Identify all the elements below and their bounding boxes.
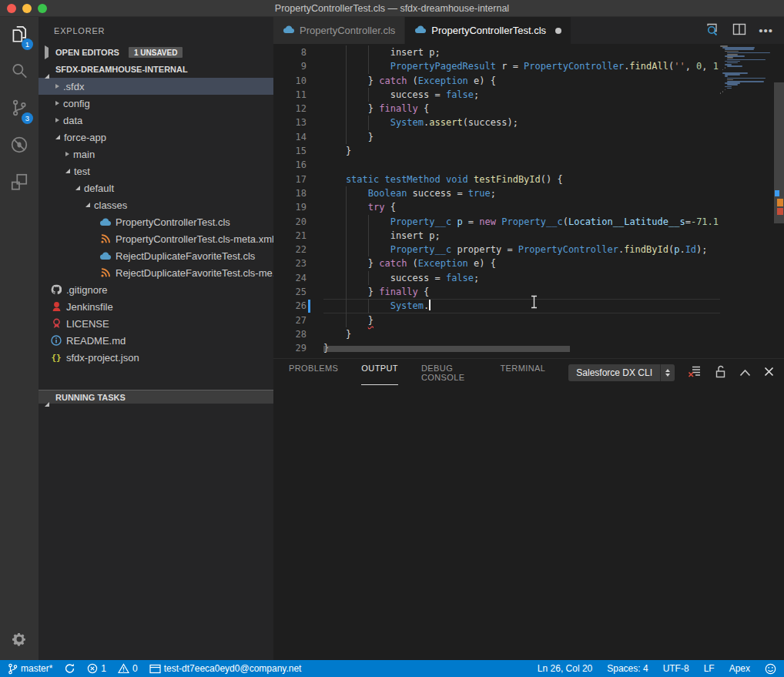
line-content[interactable]: Property__c p = new Property__c(Location… bbox=[323, 215, 720, 229]
line-content[interactable]: Property__c property = PropertyControlle… bbox=[323, 243, 720, 256]
gutter[interactable] bbox=[307, 74, 323, 88]
code-line-16[interactable]: 16 bbox=[273, 158, 720, 172]
zoom-window-button[interactable] bbox=[38, 4, 47, 13]
tree-item--gitignore[interactable]: .gitignore bbox=[39, 281, 273, 298]
line-content[interactable]: } bbox=[323, 313, 720, 327]
editor-tab-1[interactable]: PropertyController.cls bbox=[273, 17, 405, 44]
code-line-14[interactable]: 14} bbox=[273, 130, 720, 144]
code-line-9[interactable]: 9PropertyPagedResult r = PropertyControl… bbox=[273, 59, 720, 73]
line-content[interactable]: try { bbox=[323, 200, 720, 214]
activity-bar-item-explorer[interactable]: 1 bbox=[0, 17, 39, 54]
minimap[interactable] bbox=[720, 45, 774, 96]
status-item-indentation[interactable]: Spaces: 4 bbox=[607, 663, 648, 674]
line-content[interactable]: } bbox=[323, 144, 720, 158]
split-editor-button[interactable] bbox=[732, 23, 746, 39]
gutter[interactable] bbox=[307, 200, 323, 214]
status-item-warnings[interactable]: 0 bbox=[118, 663, 138, 674]
line-content[interactable]: } bbox=[323, 130, 720, 144]
line-content[interactable]: success = false; bbox=[323, 88, 720, 102]
tree-item-propertycontrollertest-cls[interactable]: PropertyControllerTest.cls bbox=[39, 213, 273, 230]
gutter[interactable] bbox=[307, 116, 323, 129]
gutter[interactable] bbox=[307, 130, 323, 144]
gutter[interactable] bbox=[307, 215, 323, 229]
status-item-default-org[interactable]: test-dt7eeca0eyd0@company.net bbox=[149, 663, 302, 674]
tree-item-default[interactable]: default bbox=[39, 179, 273, 196]
code-line-8[interactable]: 8insert p; bbox=[273, 45, 720, 59]
status-item-sync[interactable] bbox=[64, 663, 75, 674]
horizontal-scrollbar-thumb[interactable] bbox=[323, 346, 570, 352]
gutter[interactable] bbox=[307, 229, 323, 243]
gutter[interactable] bbox=[307, 59, 323, 73]
code-line-20[interactable]: 20Property__c p = new Property__c(Locati… bbox=[273, 215, 720, 229]
gutter[interactable] bbox=[307, 327, 323, 341]
line-content[interactable]: } catch (Exception e) { bbox=[323, 256, 720, 270]
panel-tab-debug-console[interactable]: DEBUG CONSOLE bbox=[421, 360, 477, 385]
tree-item-main[interactable]: main bbox=[39, 146, 273, 163]
line-content[interactable] bbox=[323, 158, 720, 172]
code-line-12[interactable]: 12} finally { bbox=[273, 102, 720, 116]
status-item-git-branch[interactable]: master* bbox=[8, 663, 52, 675]
open-preview-button[interactable] bbox=[705, 22, 720, 39]
clear-output-button[interactable] bbox=[688, 365, 702, 380]
status-item-encoding[interactable]: UTF-8 bbox=[663, 663, 689, 674]
close-panel-button[interactable] bbox=[764, 366, 774, 380]
scroll-lock-button[interactable] bbox=[715, 365, 726, 381]
tree-item-license[interactable]: LICENSE bbox=[39, 315, 273, 332]
tree-item-data[interactable]: data bbox=[39, 112, 273, 129]
gutter[interactable] bbox=[307, 88, 323, 102]
unsaved-dot-icon[interactable] bbox=[555, 28, 561, 34]
gutter[interactable] bbox=[307, 243, 323, 256]
line-content[interactable]: } catch (Exception e) { bbox=[323, 74, 720, 88]
code-editor[interactable]: 8insert p;9PropertyPagedResult r = Prope… bbox=[273, 44, 784, 358]
code-line-24[interactable]: 24success = false; bbox=[273, 271, 720, 285]
gutter[interactable] bbox=[307, 45, 323, 59]
status-item-eol[interactable]: LF bbox=[704, 663, 715, 674]
settings-gear-button[interactable] bbox=[0, 631, 39, 651]
code-line-11[interactable]: 11success = false; bbox=[273, 88, 720, 102]
more-actions-button[interactable]: ••• bbox=[759, 24, 773, 38]
tree-item-readme-md[interactable]: README.md bbox=[39, 332, 273, 349]
code-line-26[interactable]: 26System. bbox=[273, 299, 720, 313]
gutter[interactable] bbox=[307, 158, 323, 172]
workspace-root-section[interactable]: SFDX-DREAMHOUSE-INTERNAL bbox=[39, 61, 273, 78]
panel-tab-terminal[interactable]: TERMINAL bbox=[500, 360, 545, 385]
line-content[interactable]: insert p; bbox=[323, 45, 720, 59]
activity-bar-item-search[interactable] bbox=[0, 54, 39, 91]
code-line-19[interactable]: 19try { bbox=[273, 200, 720, 214]
gutter[interactable] bbox=[307, 285, 323, 299]
activity-bar-item-source-control[interactable]: 3 bbox=[0, 91, 39, 128]
gutter[interactable] bbox=[307, 299, 323, 313]
running-tasks-section[interactable]: RUNNING TASKS bbox=[39, 390, 273, 404]
line-content[interactable]: static testMethod void testFindById() { bbox=[323, 173, 720, 186]
editor-tab-2[interactable]: PropertyControllerTest.cls bbox=[405, 17, 571, 44]
code-line-27[interactable]: 27} bbox=[273, 313, 720, 327]
tree-item-test[interactable]: test bbox=[39, 163, 273, 179]
tree-item--sfdx[interactable]: .sfdx bbox=[39, 78, 273, 95]
gutter[interactable] bbox=[307, 313, 323, 327]
code-lines[interactable]: 8insert p;9PropertyPagedResult r = Prope… bbox=[273, 45, 720, 356]
line-content[interactable]: } bbox=[323, 327, 720, 341]
line-content[interactable]: Boolean success = true; bbox=[323, 186, 720, 200]
open-editors-section[interactable]: OPEN EDITORS 1 UNSAVED bbox=[39, 44, 273, 61]
code-line-13[interactable]: 13System.assert(success); bbox=[273, 116, 720, 129]
gutter[interactable] bbox=[307, 271, 323, 285]
line-content[interactable]: insert p; bbox=[323, 229, 720, 243]
vertical-scrollbar[interactable] bbox=[774, 44, 784, 358]
tree-item-sfdx-project-json[interactable]: {}sfdx-project.json bbox=[39, 349, 273, 366]
gutter[interactable] bbox=[307, 173, 323, 186]
tree-item-jenkinsfile[interactable]: Jenkinsfile bbox=[39, 298, 273, 315]
line-content[interactable]: PropertyPagedResult r = PropertyControll… bbox=[323, 59, 720, 73]
status-item-language-mode[interactable]: Apex bbox=[729, 663, 750, 674]
maximize-panel-button[interactable] bbox=[739, 366, 751, 380]
gutter[interactable] bbox=[307, 341, 323, 355]
code-line-21[interactable]: 21insert p; bbox=[273, 229, 720, 243]
output-panel-content[interactable] bbox=[273, 387, 784, 660]
gutter[interactable] bbox=[307, 102, 323, 116]
gutter[interactable] bbox=[307, 186, 323, 200]
line-content[interactable]: System. bbox=[323, 299, 720, 313]
minimize-window-button[interactable] bbox=[22, 4, 32, 13]
line-content[interactable]: System.assert(success); bbox=[323, 116, 720, 129]
gutter[interactable] bbox=[307, 256, 323, 270]
code-line-23[interactable]: 23} catch (Exception e) { bbox=[273, 256, 720, 270]
code-line-18[interactable]: 18Boolean success = true; bbox=[273, 186, 720, 200]
